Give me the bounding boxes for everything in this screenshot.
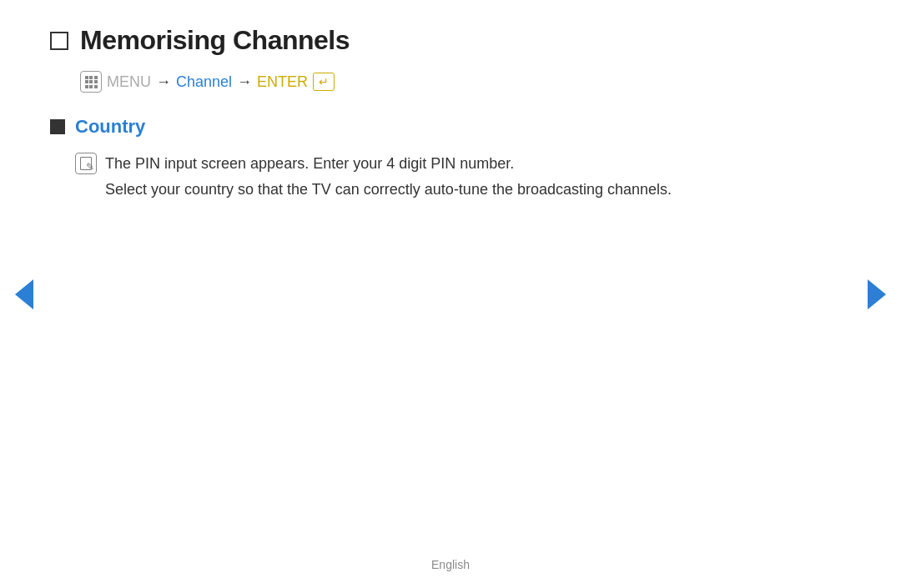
section-text: The PIN input screen appears. Enter your… (105, 151, 672, 202)
menu-icon (80, 71, 102, 93)
page-content: Memorising Channels MENU → Channel → ENT… (0, 0, 901, 227)
nav-left-button[interactable] (15, 279, 33, 309)
menu-label: MENU (107, 73, 151, 91)
arrow1: → (156, 73, 171, 91)
section-text-line2: Select your country so that the TV can c… (105, 181, 672, 198)
arrow2: → (237, 73, 252, 91)
enter-icon (313, 73, 335, 91)
footer-language: English (431, 558, 470, 571)
menu-path: MENU → Channel → ENTER (80, 71, 834, 93)
section-body: The PIN input screen appears. Enter your… (75, 151, 834, 202)
enter-label: ENTER (257, 73, 308, 91)
page-title: Memorising Channels (80, 25, 350, 56)
section-title: Country (75, 116, 145, 138)
footer: English (0, 558, 901, 571)
section-bullet-icon (50, 119, 65, 134)
note-icon (75, 153, 97, 174)
section-text-line1: The PIN input screen appears. Enter your… (105, 155, 514, 172)
section-header: Country (50, 116, 834, 138)
channel-label: Channel (176, 73, 232, 91)
title-checkbox-icon (50, 32, 68, 50)
nav-right-button[interactable] (868, 279, 886, 309)
title-row: Memorising Channels (50, 25, 834, 56)
